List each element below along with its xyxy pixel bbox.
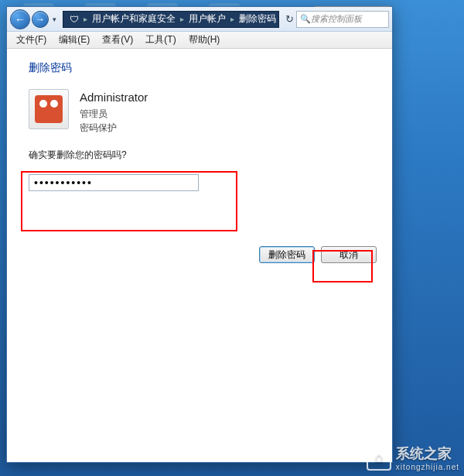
breadcrumb-sep-icon: ▸ bbox=[82, 15, 89, 23]
refresh-button[interactable]: ↻ bbox=[282, 13, 296, 25]
cancel-button[interactable]: 取消 bbox=[321, 246, 377, 263]
breadcrumb-item[interactable]: 删除密码 bbox=[236, 12, 279, 26]
prompt-text: 确实要删除您的密码吗? bbox=[29, 149, 370, 162]
menubar: 文件(F) 编辑(E) 查看(V) 工具(T) 帮助(H) bbox=[7, 32, 392, 49]
user-password-status: 密码保护 bbox=[80, 121, 148, 135]
watermark: ⌂ 系统之家 xitongzhijia.net bbox=[367, 444, 459, 471]
search-placeholder: 搜索控制面板 bbox=[311, 13, 362, 25]
nav-history-dropdown[interactable]: ▾ bbox=[49, 12, 60, 26]
menu-file[interactable]: 文件(F) bbox=[10, 32, 53, 48]
breadcrumb[interactable]: 🛡 ▸ 用户帐户和家庭安全 ▸ 用户帐户 ▸ 删除密码 bbox=[63, 11, 279, 28]
user-name: Administrator bbox=[80, 89, 148, 107]
menu-help[interactable]: 帮助(H) bbox=[183, 32, 227, 48]
search-icon: 🔍 bbox=[300, 14, 311, 24]
user-info: Administrator 管理员 密码保护 bbox=[80, 89, 148, 135]
breadcrumb-sep-icon: ▸ bbox=[229, 15, 236, 23]
watermark-logo-icon: ⌂ bbox=[367, 446, 391, 471]
breadcrumb-item[interactable]: 用户帐户和家庭安全 bbox=[89, 12, 179, 26]
search-input[interactable]: 🔍 搜索控制面板 bbox=[296, 11, 389, 28]
delete-password-button[interactable]: 删除密码 bbox=[259, 246, 315, 263]
prompt-area: 确实要删除您的密码吗? bbox=[29, 149, 370, 191]
breadcrumb-sep-icon: ▸ bbox=[179, 15, 186, 23]
content-area: 删除密码 Administrator 管理员 密码保护 确实要删除您的密码吗? … bbox=[7, 49, 392, 462]
control-panel-window: – ▭ ✕ ← → ▾ 🛡 ▸ 用户帐户和家庭安全 ▸ 用户帐户 ▸ 删除密码 … bbox=[6, 6, 393, 463]
nav-back-button[interactable]: ← bbox=[10, 9, 30, 29]
menu-edit[interactable]: 编辑(E) bbox=[53, 32, 96, 48]
navigation-bar: ← → ▾ 🛡 ▸ 用户帐户和家庭安全 ▸ 用户帐户 ▸ 删除密码 ↻ 🔍 搜索… bbox=[7, 7, 392, 32]
menu-tools[interactable]: 工具(T) bbox=[139, 32, 182, 48]
nav-forward-button[interactable]: → bbox=[32, 11, 49, 28]
breadcrumb-item[interactable]: 用户帐户 bbox=[186, 12, 229, 26]
menu-view[interactable]: 查看(V) bbox=[96, 32, 139, 48]
watermark-text: 系统之家 bbox=[396, 446, 452, 461]
breadcrumb-shield-icon: 🛡 bbox=[67, 14, 82, 25]
watermark-url: xitongzhijia.net bbox=[396, 463, 459, 471]
user-block: Administrator 管理员 密码保护 bbox=[29, 89, 370, 135]
current-password-input[interactable] bbox=[29, 174, 199, 191]
page-title: 删除密码 bbox=[29, 61, 370, 75]
user-avatar-icon bbox=[29, 89, 69, 129]
user-role: 管理员 bbox=[80, 107, 148, 121]
button-row: 删除密码 取消 bbox=[259, 246, 377, 263]
